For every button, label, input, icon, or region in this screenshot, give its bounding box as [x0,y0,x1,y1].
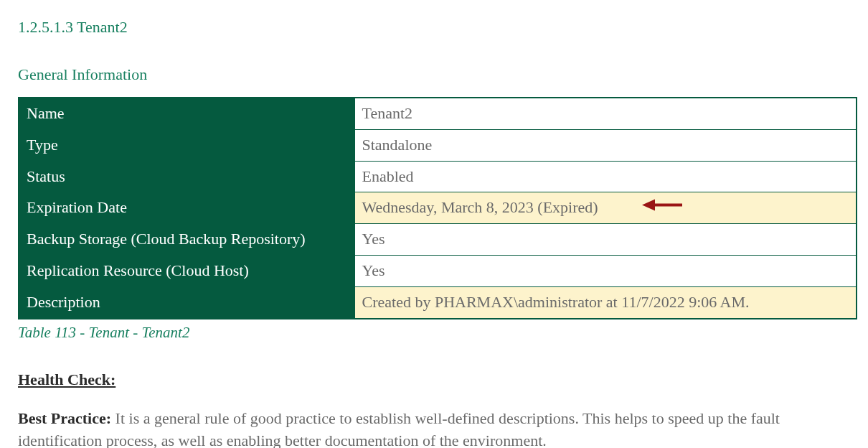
best-practice-body: It is a general rule of good practice to… [18,409,780,448]
section-number: 1.2.5.1.3 Tenant2 [18,18,850,37]
table-caption: Table 113 - Tenant - Tenant2 [18,324,850,342]
best-practice-label: Best Practice: [18,409,115,427]
table-row: Name Tenant2 [19,98,857,129]
table-row: Expiration Date Wednesday, March 8, 2023… [19,192,857,224]
general-information-table: Name Tenant2 Type Standalone Status Enab… [18,97,857,319]
table-row: Replication Resource (Cloud Host) Yes [19,255,857,286]
row-value: Enabled [354,161,857,192]
row-label: Expiration Date [19,192,354,224]
row-value: Standalone [354,129,857,161]
arrow-icon [642,197,682,219]
row-label: Name [19,98,354,129]
table-row: Description Created by PHARMAX\administr… [19,286,857,318]
best-practice-text: Best Practice: It is a general rule of g… [18,407,850,448]
row-label: Backup Storage (Cloud Backup Repository) [19,224,354,256]
subsection-heading: General Information [18,65,850,84]
row-label: Description [19,286,354,318]
row-label: Replication Resource (Cloud Host) [19,255,354,286]
table-row: Status Enabled [19,161,857,192]
row-value: Created by PHARMAX\administrator at 11/7… [354,286,857,318]
row-value: Yes [354,224,857,256]
table-row: Backup Storage (Cloud Backup Repository)… [19,224,857,256]
row-value-text: Wednesday, March 8, 2023 (Expired) [362,198,598,216]
row-value: Tenant2 [354,98,857,129]
table-row: Type Standalone [19,129,857,161]
health-check-heading: Health Check: [18,370,850,389]
row-label: Type [19,129,354,161]
row-value: Wednesday, March 8, 2023 (Expired) [354,192,857,224]
row-label: Status [19,161,354,192]
row-value: Yes [354,255,857,286]
svg-marker-1 [642,199,655,210]
